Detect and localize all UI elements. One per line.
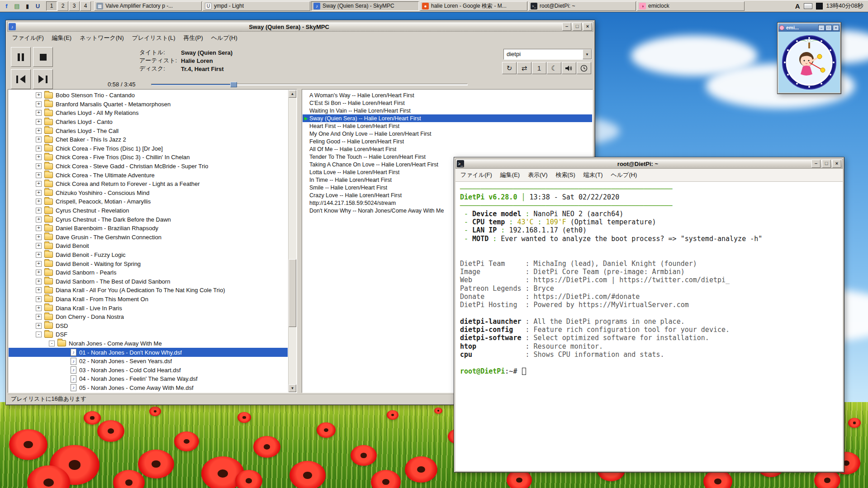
tree-item[interactable]: ♪03 - Norah Jones - Cold Cold Heart.dsf	[9, 365, 288, 374]
skympc-menu-item[interactable]: ネットワーク(N)	[76, 33, 128, 43]
tree-item[interactable]: +Chet Baker - This Is Jazz 2	[9, 135, 288, 144]
tree-expand-icon[interactable]: +	[36, 172, 42, 178]
minimize-button[interactable]: –	[818, 25, 825, 31]
tree-item[interactable]: +Charles Lloyd - The Call	[9, 126, 288, 135]
tree-item[interactable]: +Don Cherry - Dona Nostra	[9, 313, 288, 322]
tree-item[interactable]: +Daniel Barenboim - Brazilian Rhapsody	[9, 224, 288, 233]
playlist-item[interactable]: A Woman's Way -- Halie Loren/Heart First	[303, 91, 592, 99]
tree-expand-icon[interactable]: +	[36, 92, 42, 98]
minimize-button[interactable]: –	[562, 23, 571, 31]
tree-item[interactable]: ♪02 - Norah Jones - Seven Years.dsf	[9, 357, 288, 366]
tree-expand-icon[interactable]: +	[36, 287, 42, 293]
single-button[interactable]: 1	[532, 62, 546, 74]
skympc-menu-item[interactable]: 編集(E)	[48, 33, 76, 43]
taskbar-window-button[interactable]: ♪Sway (Quien Sera) - SkyMPC	[311, 1, 419, 11]
terminal-launcher-icon[interactable]: ▮	[23, 1, 32, 11]
emiclock-titlebar[interactable]: emi... – □ ×	[778, 24, 840, 32]
tree-expand-icon[interactable]: +	[36, 110, 42, 116]
seek-slider-handle[interactable]	[230, 82, 237, 87]
minimize-button[interactable]: –	[811, 160, 821, 168]
tree-item[interactable]: +David Benoit - Waiting for Spring	[9, 259, 288, 268]
terminal-menu-item[interactable]: ファイル(F)	[456, 170, 496, 180]
timer-button[interactable]	[577, 62, 591, 74]
workspace-button-3[interactable]: 3	[69, 1, 80, 11]
tree-item[interactable]: +Cyrus Chestnut - Revelation	[9, 206, 288, 215]
tree-expand-icon[interactable]: +	[36, 296, 42, 302]
update-database-button[interactable]: ↻	[502, 62, 517, 74]
tree-expand-icon[interactable]: +	[36, 270, 42, 275]
playlist-item[interactable]: Waiting In Vain -- Halie Loren/Heart Fir…	[303, 107, 592, 114]
tree-expand-icon[interactable]: +	[36, 199, 42, 204]
tree-item[interactable]: +David Benoit	[9, 242, 288, 251]
playlist-item[interactable]: My One And Only Love -- Halie Loren/Hear…	[303, 130, 592, 137]
tree-item[interactable]: +Chick Corea - Steve Gadd - Christian Mc…	[9, 162, 288, 171]
scroll-down-icon[interactable]: ▼	[289, 384, 296, 392]
playlist-item[interactable]: C'Est Si Bon -- Halie Loren/Heart First	[303, 99, 592, 107]
tree-expand-icon[interactable]: +	[36, 305, 42, 311]
tree-expand-icon[interactable]: +	[36, 234, 42, 240]
scrollbar-thumb[interactable]	[289, 259, 296, 327]
tree-expand-icon[interactable]: +	[36, 225, 42, 231]
tree-expand-icon[interactable]: +	[36, 279, 42, 284]
playlist-item[interactable]: ▶Sway (Quien Sera) -- Halie Loren/Heart …	[303, 114, 592, 122]
maximize-button[interactable]: □	[822, 160, 831, 168]
tree-item[interactable]: +Charles Lloyd - Canto	[9, 118, 288, 127]
taskbar-window-button[interactable]: Uympd - Light	[203, 1, 310, 11]
terminal-titlebar[interactable]: >_ root@DietPi: ~ – □ ×	[455, 159, 843, 169]
tree-expand-icon[interactable]: +	[36, 190, 42, 196]
tree-expand-icon[interactable]: +	[36, 154, 42, 160]
tree-expand-icon[interactable]: +	[36, 137, 42, 142]
tree-item[interactable]: +Chizuko Yoshihiro - Conscious Mind	[9, 189, 288, 198]
workspace-button-1[interactable]: 1	[46, 1, 57, 11]
terminal-menu-item[interactable]: 端末(T)	[579, 170, 607, 180]
tree-scrollbar[interactable]: ▲ ▼	[288, 90, 296, 392]
tree-expand-icon[interactable]: +	[36, 146, 42, 152]
files-launcher-icon[interactable]: ▤	[12, 1, 22, 11]
tree-expand-icon[interactable]: +	[36, 261, 42, 267]
tree-item[interactable]: +Branford Marsalis Quartet - Metamorphos…	[9, 100, 288, 109]
tree-item[interactable]: -DSF	[9, 330, 288, 339]
playlist-item[interactable]: All Of Me -- Halie Loren/Heart First	[303, 145, 592, 153]
tree-expand-icon[interactable]: +	[36, 101, 42, 107]
tree-item[interactable]: +Chick Corea - The Ultimate Adventure	[9, 171, 288, 180]
tree-item[interactable]: +David Benoit - Fuzzy Logic	[9, 251, 288, 260]
tree-item[interactable]: +Diana Krall - All For You (A Dedication…	[9, 286, 288, 295]
tree-item[interactable]: ♪01 - Norah Jones - Don't Know Why.dsf	[9, 348, 288, 357]
tree-item[interactable]: -Norah Jones - Come Away With Me	[9, 339, 288, 348]
tree-item[interactable]: +Charles Lloyd - All My Relations	[9, 109, 288, 118]
tree-item[interactable]: +Diana Krall - From This Moment On	[9, 295, 288, 304]
skympc-menu-item[interactable]: プレイリスト(L)	[128, 33, 180, 43]
close-button[interactable]: ×	[833, 25, 839, 31]
pause-button[interactable]	[11, 47, 31, 67]
tree-expand-icon[interactable]: +	[36, 208, 42, 213]
skympc-menu-item[interactable]: 再生(P)	[179, 33, 207, 43]
keyboard-icon[interactable]	[804, 3, 812, 9]
tree-expand-icon[interactable]: +	[36, 243, 42, 249]
terminal-output[interactable]: ────────────────────────────────────────…	[455, 182, 843, 471]
workspace-button-4[interactable]: 4	[80, 1, 91, 11]
maximize-button[interactable]: □	[825, 25, 832, 31]
next-button[interactable]	[33, 69, 53, 89]
tree-item[interactable]: +DSD	[9, 321, 288, 330]
tree-expand-icon[interactable]: +	[36, 181, 42, 187]
tree-item[interactable]: +Chick Corea and Return to Forever - Lig…	[9, 180, 288, 189]
tree-item[interactable]: ♪04 - Norah Jones - Feelin' The Same Way…	[9, 374, 288, 384]
tree-item[interactable]: +Dave Grusin - The Gershwin Connection	[9, 233, 288, 242]
terminal-menu-item[interactable]: 編集(E)	[496, 170, 524, 180]
tray-app-icon[interactable]	[816, 3, 823, 9]
playlist-item[interactable]: Feling Good -- Halie Loren/Heart First	[303, 137, 592, 145]
tree-expand-icon[interactable]: +	[36, 119, 42, 125]
tree-collapse-icon[interactable]: -	[49, 341, 55, 346]
chevron-down-icon[interactable]: ▼	[583, 49, 592, 59]
maximize-button[interactable]: □	[573, 23, 582, 31]
close-button[interactable]: ×	[583, 23, 592, 31]
tree-item[interactable]: +Bobo Stenson Trio - Cantando	[9, 91, 288, 100]
previous-button[interactable]	[11, 69, 31, 89]
tree-item[interactable]: +Chick Corea - Five Trios (Disc 3) - Chi…	[9, 153, 288, 162]
scroll-up-icon[interactable]: ▲	[289, 90, 296, 98]
pane-splitter[interactable]	[297, 89, 302, 393]
taskbar-window-button[interactable]: ●halie Loren - Google 検索 - M...	[420, 1, 527, 11]
tree-item[interactable]: +Diana Krall - Live In Paris	[9, 303, 288, 313]
skympc-menu-item[interactable]: ヘルプ(H)	[207, 33, 242, 43]
tree-item[interactable]: +David Sanborn - The Best of David Sanbo…	[9, 277, 288, 286]
